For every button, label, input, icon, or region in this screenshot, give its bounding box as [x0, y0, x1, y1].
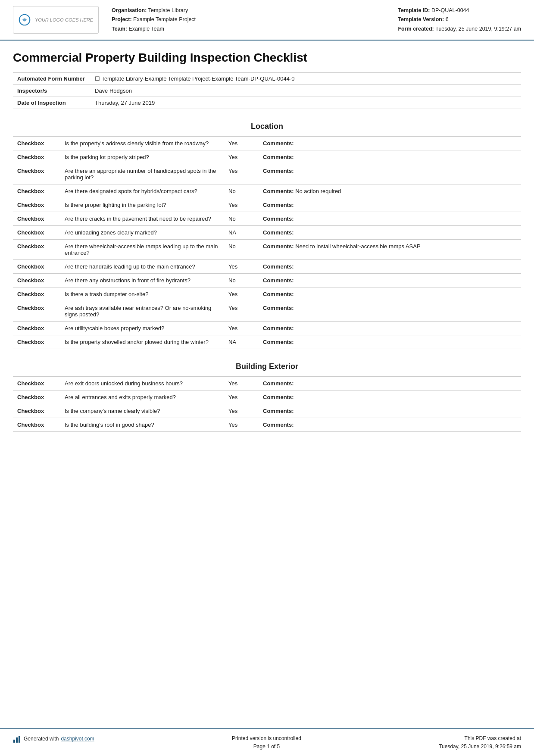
- answer-cell: Yes: [224, 259, 259, 273]
- table-row: CheckboxIs there a trash dumpster on-sit…: [13, 287, 521, 301]
- answer-cell: No: [224, 239, 259, 259]
- logo-icon: [19, 14, 31, 26]
- question-cell: Is the property's address clearly visibl…: [60, 136, 224, 150]
- info-row: Automated Form Number☐ Template Library-…: [13, 72, 521, 84]
- project-row: Project: Example Template Project: [112, 15, 385, 24]
- answer-cell: No: [224, 184, 259, 198]
- info-label: Automated Form Number: [13, 72, 91, 84]
- logo-area: YOUR LOGO GOES HERE: [13, 6, 99, 34]
- comment-label: Comments:: [263, 305, 294, 311]
- table-row: CheckboxAre there handrails leading up t…: [13, 259, 521, 273]
- comments-cell: Comments:: [259, 136, 521, 150]
- answer-cell: Yes: [224, 404, 259, 418]
- table-row: CheckboxIs the building's roof in good s…: [13, 418, 521, 431]
- answer-cell: Yes: [224, 198, 259, 212]
- answer-cell: Yes: [224, 301, 259, 321]
- team-row: Team: Example Team: [112, 25, 385, 34]
- answer-cell: Yes: [224, 418, 259, 431]
- checkbox-cell: Checkbox: [13, 184, 60, 198]
- checklist-table-0: CheckboxIs the property's address clearl…: [13, 136, 521, 349]
- table-row: CheckboxAre exit doors unlocked during b…: [13, 376, 521, 390]
- comment-label: Comments:: [263, 325, 294, 331]
- answer-cell: NA: [224, 225, 259, 239]
- comments-cell: Comments:: [259, 418, 521, 431]
- checkbox-cell: Checkbox: [13, 239, 60, 259]
- footer-left: Generated with dashpivot.com: [13, 734, 94, 743]
- checkbox-cell: Checkbox: [13, 418, 60, 431]
- checkbox-cell: Checkbox: [13, 404, 60, 418]
- footer-center-line2: Page 1 of 5: [232, 743, 301, 751]
- question-cell: Is the property shovelled and/or plowed …: [60, 335, 224, 349]
- checkbox-cell: Checkbox: [13, 259, 60, 273]
- info-label: Inspector/s: [13, 84, 91, 97]
- question-cell: Is the building's roof in good shape?: [60, 418, 224, 431]
- info-label: Date of Inspection: [13, 97, 91, 109]
- comments-cell: Comments: No action required: [259, 184, 521, 198]
- comment-label: Comments:: [263, 408, 294, 414]
- comments-cell: Comments:: [259, 335, 521, 349]
- question-cell: Is the parking lot properly striped?: [60, 150, 224, 164]
- comment-label: Comments:: [263, 154, 294, 160]
- doc-title: Commercial Property Building Inspection …: [13, 51, 521, 65]
- table-row: CheckboxAre unloading zones clearly mark…: [13, 225, 521, 239]
- answer-cell: Yes: [224, 136, 259, 150]
- answer-cell: No: [224, 273, 259, 287]
- question-cell: Are utility/cable boxes properly marked?: [60, 321, 224, 335]
- question-cell: Are ash trays available near entrances? …: [60, 301, 224, 321]
- table-row: CheckboxAre utility/cable boxes properly…: [13, 321, 521, 335]
- question-cell: Are unloading zones clearly marked?: [60, 225, 224, 239]
- comment-label: Comments:: [263, 243, 295, 250]
- checklist-table-1: CheckboxAre exit doors unlocked during b…: [13, 376, 521, 432]
- question-cell: Is the company's name clearly visible?: [60, 404, 224, 418]
- logo-text: YOUR LOGO GOES HERE: [35, 17, 93, 22]
- answer-cell: Yes: [224, 287, 259, 301]
- answer-cell: Yes: [224, 150, 259, 164]
- table-row: CheckboxIs the parking lot properly stri…: [13, 150, 521, 164]
- info-value: Dave Hodgson: [91, 84, 521, 97]
- main-content: Commercial Property Building Inspection …: [0, 41, 534, 728]
- answer-cell: Yes: [224, 164, 259, 184]
- dashpivot-icon: [13, 734, 22, 743]
- comment-label: Comments:: [263, 168, 294, 174]
- comments-cell: Comments:: [259, 259, 521, 273]
- checkbox-cell: Checkbox: [13, 301, 60, 321]
- footer-center-line1: Printed version is uncontrolled: [232, 734, 301, 743]
- comments-cell: Comments: Need to install wheelchair-acc…: [259, 239, 521, 259]
- comments-cell: Comments:: [259, 150, 521, 164]
- question-cell: Is there a trash dumpster on-site?: [60, 287, 224, 301]
- comment-label: Comments:: [263, 380, 294, 387]
- table-row: CheckboxAre ash trays available near ent…: [13, 301, 521, 321]
- checkbox-cell: Checkbox: [13, 376, 60, 390]
- question-cell: Are there cracks in the pavement that ne…: [60, 212, 224, 225]
- table-row: CheckboxAre there cracks in the pavement…: [13, 212, 521, 225]
- info-row: Date of InspectionThursday, 27 June 2019: [13, 97, 521, 109]
- checkbox-cell: Checkbox: [13, 136, 60, 150]
- comment-label: Comments:: [263, 202, 294, 208]
- question-cell: Are there designated spots for hybrids/c…: [60, 184, 224, 198]
- section-heading-1: Building Exterior: [13, 359, 521, 374]
- table-row: CheckboxIs the property's address clearl…: [13, 136, 521, 150]
- comment-text: Need to install wheelchair-accessible ra…: [295, 243, 420, 250]
- table-row: CheckboxAre there any obstructions in fr…: [13, 273, 521, 287]
- svg-rect-2: [16, 737, 18, 743]
- comment-label: Comments:: [263, 422, 294, 428]
- checkbox-cell: Checkbox: [13, 287, 60, 301]
- comments-cell: Comments:: [259, 164, 521, 184]
- footer-right: This PDF was created at Tuesday, 25 June…: [439, 734, 521, 751]
- generated-text: Generated with: [24, 736, 59, 742]
- table-row: CheckboxAre there an appropriate number …: [13, 164, 521, 184]
- comment-label: Comments:: [263, 277, 294, 284]
- checkbox-cell: Checkbox: [13, 225, 60, 239]
- dashpivot-link[interactable]: dashpivot.com: [61, 736, 94, 742]
- comments-cell: Comments:: [259, 321, 521, 335]
- question-cell: Are there wheelchair-accessible ramps le…: [60, 239, 224, 259]
- checkbox-cell: Checkbox: [13, 335, 60, 349]
- checkbox-cell: Checkbox: [13, 164, 60, 184]
- comments-cell: Comments:: [259, 376, 521, 390]
- section-heading-0: Location: [13, 119, 521, 134]
- question-cell: Are exit doors unlocked during business …: [60, 376, 224, 390]
- header: YOUR LOGO GOES HERE Organisation: Templa…: [0, 0, 534, 41]
- checkbox-cell: Checkbox: [13, 150, 60, 164]
- checkbox-cell: Checkbox: [13, 198, 60, 212]
- version-row: Template Version: 6: [398, 15, 521, 24]
